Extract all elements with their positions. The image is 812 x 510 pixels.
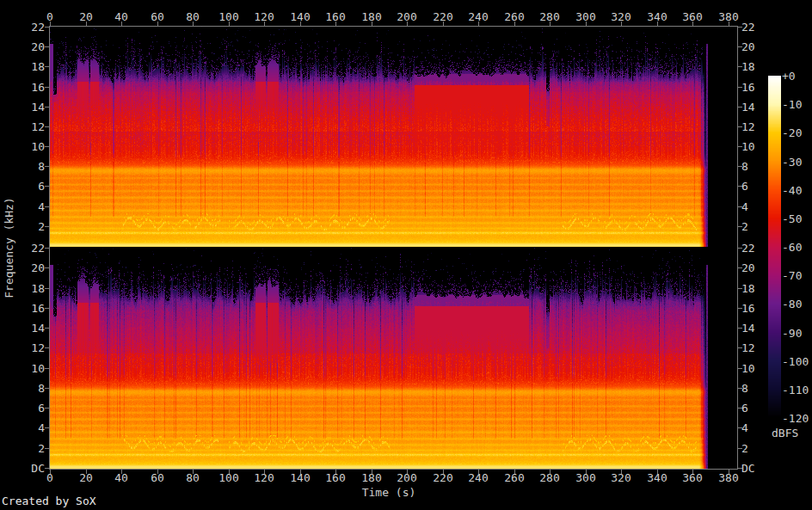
freq-tick-left (45, 27, 49, 28)
freq-tick-label-right: 22 (741, 242, 755, 255)
freq-tick-label-right: 16 (741, 302, 755, 315)
plot-border-bottom (49, 469, 738, 470)
freq-tick-label-right: 4 (741, 200, 748, 213)
freq-tick-left (45, 166, 49, 167)
freq-tick-label-left: 16 (0, 302, 45, 315)
db-tick-label: -20 (782, 126, 802, 139)
freq-tick-label-left: DC (0, 462, 45, 475)
time-tick-label-bottom: 120 (254, 471, 274, 484)
freq-tick-left (45, 288, 49, 289)
freq-tick-left (45, 87, 49, 88)
plot-border-top (49, 26, 738, 27)
time-tick-label-top: 80 (186, 10, 200, 23)
freq-tick-label-right: 14 (741, 101, 755, 114)
db-tick-label: -60 (782, 241, 802, 254)
freq-tick-left (45, 248, 49, 249)
time-tick-label-bottom: 200 (397, 471, 416, 484)
time-tick-label-top: 280 (539, 10, 559, 23)
time-tick-label-top: 40 (114, 10, 128, 23)
freq-tick-left (45, 186, 49, 187)
freq-tick-label-right: DC (741, 462, 755, 475)
time-tick-label-top: 300 (575, 10, 595, 23)
plot-border-left (49, 26, 50, 470)
time-tick-label-bottom: 20 (79, 471, 93, 484)
freq-tick-left (45, 388, 49, 389)
freq-tick-label-right: 14 (741, 322, 755, 335)
time-tick-label-bottom: 320 (611, 471, 631, 484)
db-tick-label: -40 (782, 183, 802, 196)
time-tick-label-top: 60 (151, 10, 164, 23)
time-tick-label-bottom: 60 (151, 471, 164, 484)
freq-tick-label-left: 20 (0, 261, 45, 274)
freq-tick-left (45, 448, 49, 449)
freq-tick-label-left: 2 (0, 220, 45, 233)
sox-spectrogram-window: Frequency (kHz) Time (s) dBFS Created by… (0, 0, 812, 510)
time-tick-label-bottom: 80 (186, 471, 200, 484)
db-tick-label: -80 (782, 298, 802, 310)
freq-tick-label-right: 16 (741, 81, 755, 94)
freq-tick-label-right: 2 (741, 442, 748, 455)
freq-tick-label-right: 4 (741, 421, 748, 434)
db-tick-label: -10 (782, 98, 802, 111)
time-tick-label-bottom: 380 (718, 471, 738, 484)
time-tick-label-bottom: 40 (114, 471, 128, 484)
time-axis-title: Time (s) (49, 486, 729, 499)
freq-tick-left (45, 226, 49, 227)
time-tick-label-bottom: 260 (504, 471, 524, 484)
freq-tick-label-left: 4 (0, 421, 45, 434)
time-tick-label-bottom: 100 (218, 471, 238, 484)
time-tick-label-bottom: 240 (468, 471, 488, 484)
time-tick-label-top: 100 (218, 10, 238, 23)
freq-tick-label-left: 4 (0, 200, 45, 213)
time-tick-label-bottom: 180 (361, 471, 381, 484)
db-tick-label: -90 (782, 326, 802, 339)
freq-tick-label-left: 18 (0, 60, 45, 73)
freq-tick-left (45, 427, 49, 428)
freq-tick-left (45, 347, 49, 348)
time-tick-label-top: 360 (682, 10, 702, 23)
freq-tick-label-right: 2 (741, 220, 748, 233)
db-tick-label: -50 (782, 212, 802, 224)
freq-tick-label-right: 6 (741, 180, 748, 193)
time-tick-label-top: 340 (647, 10, 667, 23)
freq-tick-label-right: 22 (741, 21, 755, 34)
colorbar (768, 76, 781, 418)
freq-tick-left (45, 107, 49, 108)
db-tick-label: -100 (782, 354, 809, 367)
freq-tick-label-right: 18 (741, 60, 755, 73)
freq-tick-left (45, 368, 49, 369)
freq-tick-label-right: 10 (741, 140, 755, 153)
freq-tick-label-left: 10 (0, 362, 45, 375)
time-tick-label-top: 320 (611, 10, 631, 23)
freq-tick-label-left: 14 (0, 101, 45, 114)
freq-tick-label-left: 12 (0, 120, 45, 133)
time-tick-label-bottom: 0 (46, 471, 53, 484)
freq-tick-label-right: 12 (741, 120, 755, 133)
freq-tick-label-left: 12 (0, 341, 45, 354)
freq-tick-label-left: 18 (0, 282, 45, 295)
time-tick-label-top: 120 (254, 10, 274, 23)
time-tick-label-bottom: 220 (433, 471, 452, 484)
db-tick-label: -30 (782, 155, 802, 168)
freq-tick-label-left: 10 (0, 140, 45, 153)
freq-tick-left (45, 146, 49, 147)
time-tick-label-top: 160 (325, 10, 345, 23)
freq-tick-label-left: 22 (0, 21, 45, 34)
db-tick-label: -70 (782, 269, 802, 282)
freq-tick-label-right: 20 (741, 40, 755, 53)
time-tick-label-top: 0 (46, 10, 53, 23)
freq-tick-label-left: 20 (0, 40, 45, 53)
freq-tick-left (45, 267, 49, 268)
spectrogram-channel-1 (50, 27, 737, 247)
time-tick-label-bottom: 360 (682, 471, 702, 484)
freq-tick-label-right: 6 (741, 402, 748, 415)
time-tick-label-bottom: 140 (290, 471, 310, 484)
freq-tick-left (45, 46, 49, 47)
freq-tick-label-left: 16 (0, 81, 45, 94)
freq-tick-label-right: 10 (741, 362, 755, 375)
freq-tick-label-left: 6 (0, 402, 45, 415)
time-tick-label-top: 180 (361, 10, 381, 23)
freq-tick-left (45, 408, 49, 409)
freq-tick-label-left: 2 (0, 442, 45, 455)
time-tick-label-top: 240 (468, 10, 488, 23)
